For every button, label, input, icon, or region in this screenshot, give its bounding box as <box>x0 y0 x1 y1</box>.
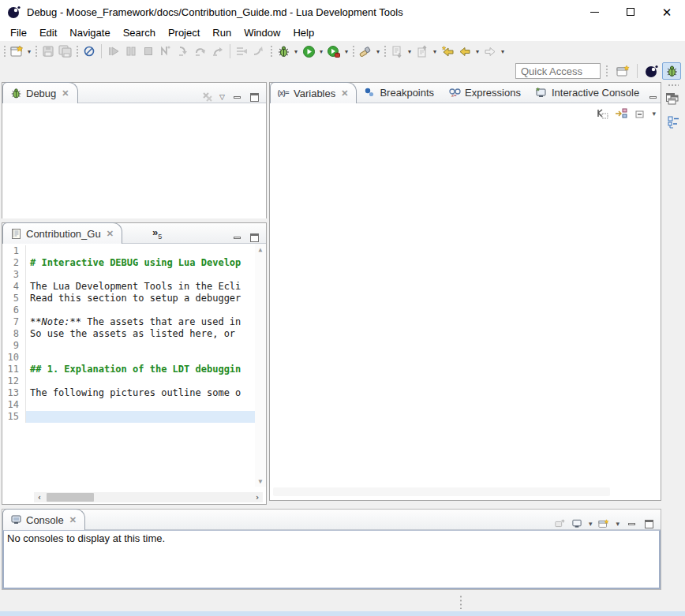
forward-button[interactable] <box>481 43 499 60</box>
minimize-view-icon[interactable] <box>647 91 658 103</box>
editor-body[interactable]: 12# Interactive DEBUG using Lua Develop3… <box>2 244 266 505</box>
menu-help[interactable]: Help <box>286 25 320 40</box>
open-perspective-button[interactable] <box>614 62 633 80</box>
editor-lines[interactable]: 12# Interactive DEBUG using Lua Develop3… <box>2 245 255 423</box>
editor-line[interactable]: 14 <box>2 399 255 411</box>
restore-view-icon[interactable] <box>667 94 679 108</box>
close-icon[interactable]: ✕ <box>69 515 77 525</box>
disconnect-button[interactable] <box>157 43 174 60</box>
scroll-down-icon[interactable]: ▼ <box>255 476 266 487</box>
save-all-button[interactable] <box>57 43 74 60</box>
editor-line[interactable]: 3 <box>2 269 255 281</box>
close-icon[interactable]: ✕ <box>341 88 348 99</box>
editor-line[interactable]: 8So use the assets as listed here, or <box>2 328 255 340</box>
show-type-names-icon[interactable] <box>595 106 609 121</box>
editor-line[interactable]: 10 <box>2 352 255 364</box>
debug-perspective-button[interactable] <box>662 62 681 80</box>
tab-interactive-console[interactable]: Interactive Console <box>529 82 647 103</box>
show-logical-structures-icon[interactable] <box>614 106 628 121</box>
menu-search[interactable]: Search <box>117 25 162 40</box>
scroll-left-icon[interactable]: ‹ <box>34 492 45 502</box>
step-return-button[interactable] <box>209 43 226 60</box>
tab-breakpoints[interactable]: Breakpoints <box>357 82 442 103</box>
editor-line[interactable]: 2# Interactive DEBUG using Lua Develop <box>2 257 255 269</box>
menu-project[interactable]: Project <box>162 25 206 40</box>
back-dropdown[interactable]: ▾ <box>474 43 481 60</box>
new-wizard-button[interactable] <box>8 43 25 60</box>
external-tools-dropdown[interactable]: ▾ <box>342 43 350 60</box>
lua-perspective-button[interactable] <box>642 62 661 80</box>
menu-window[interactable]: Window <box>238 25 286 40</box>
editor-line[interactable]: 11## 1. Explanation of the LDT debuggin <box>2 364 255 375</box>
open-console-dropdown[interactable]: ▾ <box>616 520 619 528</box>
editor-line[interactable]: 1 <box>2 245 255 257</box>
editor-line[interactable]: 6 <box>2 304 255 316</box>
tab-variables[interactable]: (x)= Variables ✕ <box>270 82 357 103</box>
editor-hscrollbar[interactable]: ‹ › <box>34 492 263 502</box>
pause-button[interactable] <box>122 43 140 60</box>
display-selected-console-icon[interactable] <box>571 518 582 529</box>
hidden-editors-chevron[interactable]: »5 <box>152 226 162 241</box>
open-console-icon[interactable] <box>598 518 609 529</box>
run-dropdown[interactable]: ▾ <box>317 43 325 60</box>
back-button[interactable] <box>456 43 474 60</box>
outline-view-icon[interactable] <box>667 115 680 132</box>
display-console-dropdown[interactable]: ▾ <box>589 520 593 528</box>
menu-run[interactable]: Run <box>206 25 238 40</box>
step-over-button[interactable] <box>192 43 209 60</box>
close-icon[interactable]: ✕ <box>62 88 69 99</box>
debug-dropdown[interactable]: ▾ <box>292 43 300 60</box>
quick-access-input[interactable] <box>515 63 601 79</box>
tab-expressions[interactable]: x= Expressions <box>442 82 529 103</box>
forward-dropdown[interactable]: ▾ <box>499 43 507 60</box>
editor-line[interactable]: 5Read this section to setup a debugger <box>2 293 255 304</box>
collapse-all-icon[interactable] <box>633 106 647 121</box>
editor-line[interactable]: 9 <box>2 340 255 352</box>
next-annotation-button[interactable] <box>388 43 406 60</box>
previous-annotation-button[interactable] <box>414 43 431 60</box>
editor-line[interactable]: 4The Lua Development Tools in the Ecli <box>2 281 255 293</box>
tab-console[interactable]: Console ✕ <box>2 509 85 530</box>
close-icon[interactable]: ✕ <box>107 229 114 239</box>
drop-to-frame-button[interactable] <box>251 43 268 60</box>
scroll-right-icon[interactable]: › <box>252 492 263 502</box>
new-wizard-dropdown[interactable]: ▾ <box>25 43 33 60</box>
search-button[interactable] <box>357 43 374 60</box>
minimize-button[interactable] <box>576 0 612 24</box>
debug-button[interactable] <box>275 43 292 60</box>
close-button[interactable]: ✕ <box>649 0 685 24</box>
variables-hscrollbar[interactable] <box>273 487 610 496</box>
last-edit-location-button[interactable] <box>439 43 456 60</box>
previous-annotation-dropdown[interactable]: ▾ <box>431 43 439 60</box>
minimize-view-icon[interactable] <box>626 518 637 529</box>
step-into-button[interactable] <box>174 43 192 60</box>
skip-all-breakpoints-button[interactable] <box>80 43 98 60</box>
editor-line[interactable]: 13The following pictures outline some o <box>2 387 255 399</box>
use-step-filters-button[interactable] <box>234 43 251 60</box>
menu-file[interactable]: File <box>4 25 33 40</box>
resume-button[interactable] <box>105 43 122 60</box>
minimize-view-icon[interactable] <box>231 91 242 103</box>
tab-debug[interactable]: Debug ✕ <box>2 82 78 103</box>
view-menu-icon[interactable]: ▾ <box>652 110 656 118</box>
stop-button[interactable] <box>140 43 157 60</box>
tab-editor[interactable]: Contribution_Gu ✕ <box>2 222 122 244</box>
menu-edit[interactable]: Edit <box>33 25 63 40</box>
editor-vscrollbar[interactable]: ▲ ▼ <box>255 244 266 487</box>
status-drag-handle[interactable] <box>459 595 462 609</box>
maximize-view-icon[interactable] <box>643 518 654 529</box>
maximize-view-icon[interactable] <box>249 91 260 103</box>
pin-console-icon[interactable] <box>554 518 565 529</box>
search-dropdown[interactable]: ▾ <box>374 43 382 60</box>
hscroll-thumb[interactable] <box>47 493 94 502</box>
maximize-button[interactable] <box>612 0 649 24</box>
menu-navigate[interactable]: Navigate <box>63 25 116 40</box>
external-tools-button[interactable] <box>325 43 342 60</box>
editor-line[interactable]: 12 <box>2 375 255 387</box>
editor-line[interactable]: 15 <box>2 411 255 423</box>
remove-all-terminated-icon[interactable] <box>202 91 213 103</box>
view-menu-icon[interactable]: ▽ <box>219 93 225 101</box>
minimize-view-icon[interactable] <box>231 232 242 243</box>
save-button[interactable] <box>39 43 57 60</box>
next-annotation-dropdown[interactable]: ▾ <box>406 43 414 60</box>
